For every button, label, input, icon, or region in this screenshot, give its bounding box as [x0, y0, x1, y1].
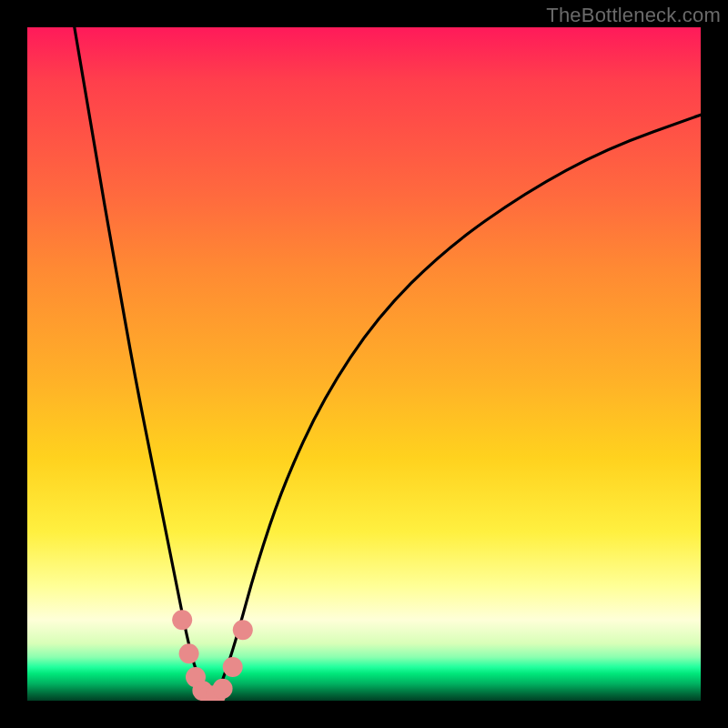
highlight-dot — [179, 643, 199, 663]
watermark-text: TheBottleneck.com — [546, 4, 721, 27]
highlight-dot — [223, 657, 243, 677]
highlight-dot — [213, 679, 233, 699]
chart-container: TheBottleneck.com — [0, 0, 728, 728]
plot-area — [27, 27, 701, 701]
highlight-dot — [172, 610, 192, 630]
bottleneck-curve — [75, 27, 701, 697]
highlight-dot — [233, 620, 253, 640]
curve-layer — [27, 27, 701, 701]
highlight-dots — [172, 610, 253, 701]
